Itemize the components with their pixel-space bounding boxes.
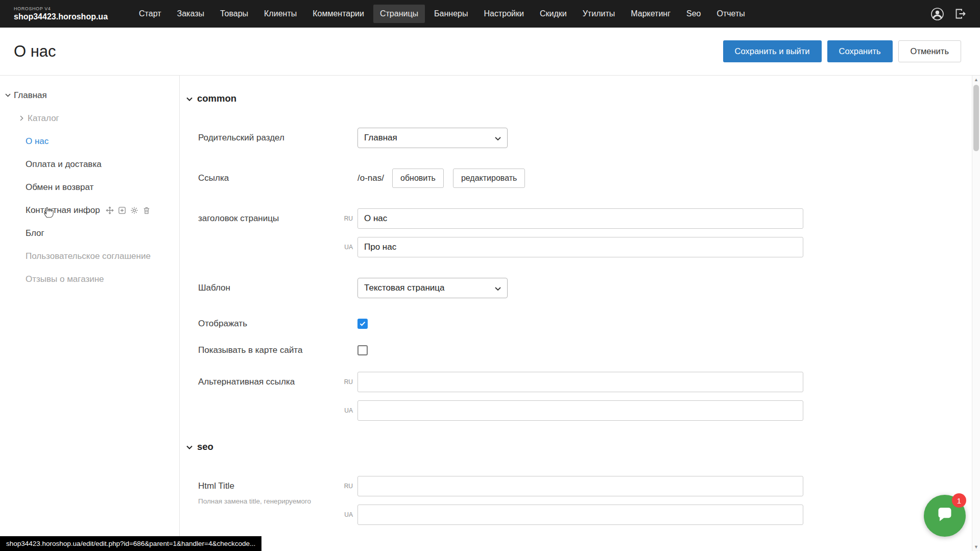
html-title-ua-input[interactable]	[357, 505, 803, 525]
parent-section-select[interactable]: Главная	[357, 128, 508, 148]
delete-icon[interactable]	[142, 206, 151, 214]
nav-item-stranitsy[interactable]: Страницы	[373, 5, 425, 23]
logout-icon[interactable]	[954, 8, 967, 20]
alt-link-ru-input[interactable]	[357, 372, 803, 392]
add-page-icon[interactable]	[118, 206, 126, 214]
html-title-row: Html Title Полная замена title, генериру…	[198, 476, 980, 525]
sidebar-item-otzyvy-o-magazine[interactable]: Отзывы о магазине	[0, 268, 179, 291]
chevron-down-icon	[186, 442, 193, 451]
top-navbar: HOROSHOP V4 shop34423.horoshop.ua Старт …	[0, 0, 980, 28]
section-title: common	[197, 93, 236, 104]
sidebar-item-katalog[interactable]: Каталог	[0, 107, 179, 130]
app-root: HOROSHOP V4 shop34423.horoshop.ua Старт …	[0, 0, 980, 551]
tree-row-actions	[106, 206, 151, 214]
field-label: Показывать в карте сайта	[198, 345, 357, 355]
topnav-menu: Старт Заказы Товары Клиенты Комментарии …	[132, 5, 930, 23]
parent-section-row: Родительский раздел Главная	[198, 128, 980, 148]
field-label: Шаблон	[198, 283, 357, 293]
chat-badge: 1	[952, 493, 966, 508]
nav-item-zakazy[interactable]: Заказы	[171, 5, 211, 23]
lang-ru-tag: RU	[339, 483, 353, 490]
sidebar-item-label: Контактная инфор	[26, 205, 100, 215]
refresh-link-button[interactable]: обновить	[392, 169, 444, 188]
lang-ua-tag: UA	[339, 407, 353, 414]
save-and-exit-button[interactable]: Сохранить и выйти	[723, 40, 822, 62]
page-header: О нас Сохранить и выйти Сохранить Отмени…	[0, 28, 980, 76]
sidebar-item-label: Пользовательское соглашение	[26, 251, 151, 261]
alt-link-ua-input[interactable]	[357, 400, 803, 421]
page-title-ua-input[interactable]	[357, 237, 803, 257]
alt-link-row: Альтернативная ссылка RU UA	[198, 372, 980, 421]
brand-domain: shop34423.horoshop.ua	[14, 12, 108, 21]
sidebar-item-kontaktnaya-infor[interactable]: Контактная инфор	[0, 199, 179, 222]
chevron-right-icon[interactable]	[18, 115, 25, 121]
header-actions: Сохранить и выйти Сохранить Отменить	[723, 40, 961, 62]
lang-ru-tag: RU	[339, 378, 353, 386]
settings-icon[interactable]	[130, 206, 138, 214]
nav-item-start[interactable]: Старт	[132, 5, 168, 23]
nav-item-seo[interactable]: Seo	[680, 5, 707, 23]
section-common-toggle[interactable]: common	[186, 93, 980, 104]
nav-item-bannery[interactable]: Баннеры	[427, 5, 474, 23]
nav-item-klienty[interactable]: Клиенты	[257, 5, 303, 23]
chat-icon	[935, 505, 955, 527]
sidebar-item-blog[interactable]: Блог	[0, 222, 179, 245]
field-label: Отображать	[198, 319, 357, 329]
sidebar-item-label: Каталог	[28, 113, 59, 124]
lang-ua-tag: UA	[339, 511, 353, 518]
field-label: заголовок страницы	[198, 208, 357, 229]
chevron-down-icon[interactable]	[4, 93, 11, 97]
sidebar-item-polzovatelskoe-soglashenie[interactable]: Пользовательское соглашение	[0, 245, 179, 268]
sidebar-item-obmen-i-vozvrat[interactable]: Обмен и возврат	[0, 176, 179, 199]
sitemap-checkbox[interactable]	[357, 345, 368, 355]
nav-item-tovary[interactable]: Товары	[213, 5, 255, 23]
sidebar-item-label: Блог	[26, 228, 44, 238]
sidebar-item-label: Оплата и доставка	[26, 159, 102, 170]
chevron-down-icon	[495, 283, 501, 293]
template-row: Шаблон Текстовая страница	[198, 278, 980, 298]
nav-item-nastroyki[interactable]: Настройки	[477, 5, 530, 23]
select-value: Главная	[364, 133, 397, 143]
template-select[interactable]: Текстовая страница	[357, 278, 508, 298]
link-path: /o-nas/	[357, 173, 384, 183]
page-title-ru-input[interactable]	[357, 208, 803, 229]
sidebar-item-label: О нас	[26, 136, 49, 147]
field-label: Html Title	[198, 476, 357, 496]
field-label: Ссылка	[198, 173, 357, 183]
nav-item-utility[interactable]: Утилиты	[576, 5, 622, 23]
html-title-ru-input[interactable]	[357, 476, 803, 496]
sidebar-item-oplata-i-dostavka[interactable]: Оплата и доставка	[0, 153, 179, 176]
content-area: Главная Каталог О нас Оплата и доставка …	[0, 76, 980, 551]
sidebar-item-glavnaya[interactable]: Главная	[0, 84, 179, 107]
topnav-right	[930, 7, 967, 21]
chat-widget-button[interactable]: 1	[924, 495, 966, 537]
sidebar-item-label: Отзывы о магазине	[26, 274, 104, 284]
section-seo-toggle[interactable]: seo	[186, 441, 980, 452]
sidebar-item-o-nas[interactable]: О нас	[0, 130, 179, 153]
move-icon[interactable]	[106, 206, 114, 214]
lang-ru-tag: RU	[339, 215, 353, 222]
scroll-up-arrow[interactable]: ▲	[972, 76, 980, 84]
user-account-icon[interactable]	[930, 7, 944, 21]
nav-item-kommentarii[interactable]: Комментарии	[306, 5, 371, 23]
field-label-block: Html Title Полная замена title, генериру…	[198, 476, 357, 506]
field-label: Родительский раздел	[198, 133, 357, 143]
cancel-button[interactable]: Отменить	[898, 40, 961, 62]
nav-item-marketing[interactable]: Маркетинг	[624, 5, 677, 23]
save-button[interactable]: Сохранить	[827, 40, 893, 62]
field-hint: Полная замена title, генерируемого	[198, 497, 357, 506]
chevron-down-icon	[495, 133, 501, 143]
select-value: Текстовая страница	[364, 283, 445, 293]
scroll-down-arrow[interactable]: ▼	[972, 543, 980, 551]
brand-version: HOROSHOP V4	[14, 7, 108, 12]
vertical-scrollbar[interactable]: ▲ ▼	[972, 76, 980, 551]
sitemap-row: Показывать в карте сайта	[198, 345, 980, 355]
nav-item-otchety[interactable]: Отчеты	[710, 5, 752, 23]
chevron-down-icon	[186, 94, 193, 103]
display-checkbox[interactable]	[357, 319, 368, 329]
brand[interactable]: HOROSHOP V4 shop34423.horoshop.ua	[14, 7, 108, 21]
scrollbar-thumb[interactable]	[973, 85, 979, 151]
edit-link-button[interactable]: редактировать	[453, 169, 525, 188]
sidebar-item-label: Обмен и возврат	[26, 182, 93, 193]
nav-item-skidki[interactable]: Скидки	[533, 5, 573, 23]
